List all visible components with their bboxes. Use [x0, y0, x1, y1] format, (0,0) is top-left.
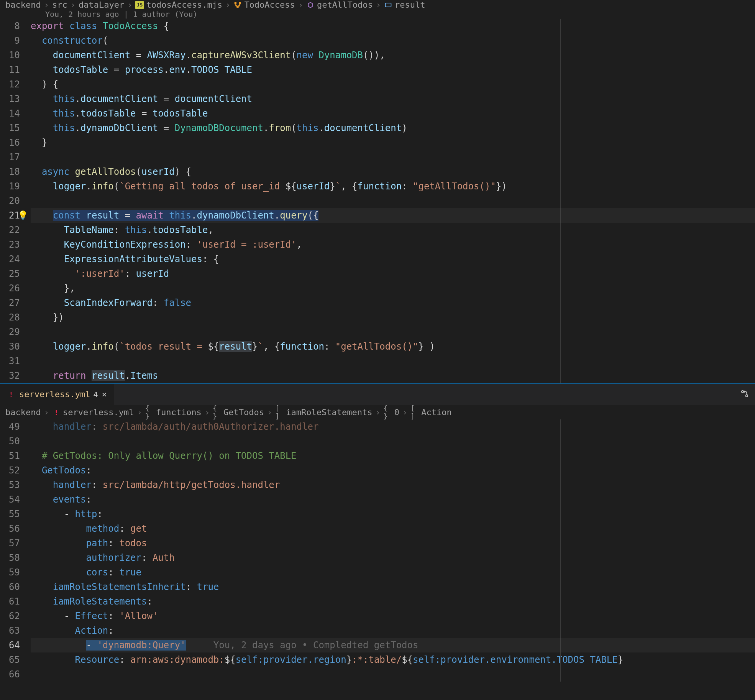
code-line[interactable]: ExpressionAttributeValues: { [31, 252, 755, 266]
editor-bottom[interactable]: 495051525354555657585960616263646566 han… [0, 419, 755, 682]
line-number[interactable]: 23 [0, 237, 20, 252]
line-number[interactable]: 11 [0, 62, 20, 77]
code-line[interactable]: authorizer: Auth [31, 550, 755, 565]
code-line[interactable]: - 'dynamodb:Query' You, 2 days ago • Com… [31, 638, 755, 652]
line-number[interactable]: 50 [0, 434, 20, 449]
line-number[interactable]: 19 [0, 179, 20, 194]
line-number[interactable]: 24 [0, 252, 20, 266]
code-line[interactable] [31, 194, 755, 208]
line-number[interactable]: 17 [0, 150, 20, 164]
line-number[interactable]: 57 [0, 536, 20, 550]
code-line[interactable]: GetTodos: [31, 463, 755, 478]
gutter-bottom[interactable]: 495051525354555657585960616263646566 [0, 419, 31, 682]
code-line[interactable] [31, 354, 755, 368]
line-number[interactable]: 54 [0, 492, 20, 507]
code-line[interactable] [31, 325, 755, 339]
crumb-method[interactable]: getAllTodos [306, 0, 373, 10]
line-number[interactable]: 14 [0, 106, 20, 121]
code-line[interactable]: ) { [31, 77, 755, 92]
line-number[interactable]: 20 [0, 194, 20, 208]
line-number[interactable]: 64 [0, 638, 20, 652]
line-number[interactable]: 63 [0, 623, 20, 638]
line-number[interactable]: 32 [0, 368, 20, 383]
crumb-backend[interactable]: backend [5, 0, 41, 10]
close-icon[interactable]: × [102, 389, 107, 399]
crumb-backend-b[interactable]: backend [5, 408, 41, 417]
code-line[interactable]: documentClient = AWSXRay.captureAWSv3Cli… [31, 48, 755, 62]
code-line[interactable]: this.todosTable = todosTable [31, 106, 755, 121]
code-line[interactable]: KeyConditionExpression: 'userId = :userI… [31, 237, 755, 252]
code-line[interactable] [31, 434, 755, 449]
code-line[interactable] [31, 667, 755, 682]
line-number[interactable]: 8 [0, 19, 20, 33]
line-number[interactable]: 61 [0, 594, 20, 609]
code-line[interactable]: path: todos [31, 536, 755, 550]
code-line[interactable]: method: get [31, 521, 755, 536]
code-line[interactable]: todosTable = process.env.TODOS_TABLE [31, 62, 755, 77]
crumb-src[interactable]: src [52, 0, 67, 10]
code-line[interactable]: - http: [31, 507, 755, 521]
line-number[interactable]: 58 [0, 550, 20, 565]
code-line[interactable]: iamRoleStatementsInherit: true [31, 580, 755, 594]
crumb-var[interactable]: result [384, 0, 425, 10]
tab-bar[interactable]: ! serverless.yml 4 × [0, 383, 755, 405]
code-line[interactable]: handler: src/lambda/auth/auth0Authorizer… [31, 419, 755, 434]
code-line[interactable]: }, [31, 281, 755, 296]
code-line[interactable]: ScanIndexForward: false [31, 296, 755, 310]
line-number[interactable]: 52 [0, 463, 20, 478]
tab-serverless[interactable]: ! serverless.yml 4 × [0, 384, 114, 405]
line-number[interactable]: 60 [0, 580, 20, 594]
line-number[interactable]: 53 [0, 478, 20, 492]
code-line[interactable]: ':userId': userId [31, 266, 755, 281]
crumb-0[interactable]: { }0 [384, 408, 399, 417]
code-line[interactable]: constructor( [31, 33, 755, 48]
code-line[interactable]: iamRoleStatements: [31, 594, 755, 609]
code-line[interactable]: cors: true [31, 565, 755, 580]
crumb-file[interactable]: JStodosAccess.mjs [135, 0, 222, 10]
line-number[interactable]: 51 [0, 449, 20, 463]
line-number[interactable]: 30 [0, 339, 20, 354]
crumb-iamrole[interactable]: [ ]iamRoleStatements [275, 408, 372, 417]
breadcrumb-bottom[interactable]: backend› !serverless.yml› { }functions› … [0, 405, 755, 419]
code-line[interactable]: return result.Items [31, 368, 755, 383]
line-number[interactable]: 62 [0, 609, 20, 623]
line-number[interactable]: 21 [0, 208, 20, 223]
crumb-datalayer[interactable]: dataLayer [79, 0, 124, 10]
line-number[interactable]: 27 [0, 296, 20, 310]
code-line[interactable]: logger.info(`Getting all todos of user_i… [31, 179, 755, 194]
line-number[interactable]: 49 [0, 419, 20, 434]
crumb-class[interactable]: TodoAccess [233, 0, 295, 10]
line-number[interactable]: 25 [0, 266, 20, 281]
crumb-action[interactable]: [ ]Action [410, 408, 451, 417]
code-line[interactable] [31, 150, 755, 164]
code-line[interactable]: Resource: arn:aws:dynamodb:${self:provid… [31, 652, 755, 667]
code-line[interactable]: this.documentClient = documentClient [31, 92, 755, 106]
code-line[interactable]: async getAllTodos(userId) { [31, 164, 755, 179]
line-number[interactable]: 28 [0, 310, 20, 325]
breadcrumb-top[interactable]: backend› src› dataLayer› JStodosAccess.m… [0, 0, 755, 10]
line-number[interactable]: 59 [0, 565, 20, 580]
code-line[interactable]: events: [31, 492, 755, 507]
crumb-gettodos[interactable]: { }GetTodos [213, 408, 264, 417]
line-number[interactable]: 16 [0, 135, 20, 150]
code-line[interactable]: logger.info(`todos result = ${result}`, … [31, 339, 755, 354]
lightbulb-icon[interactable]: 💡 [18, 208, 28, 223]
line-number[interactable]: 65 [0, 652, 20, 667]
code-line[interactable]: - Effect: 'Allow' [31, 609, 755, 623]
line-number[interactable]: 9 [0, 33, 20, 48]
code-line[interactable]: export class TodoAccess { [31, 19, 755, 33]
code-line[interactable]: Action: [31, 623, 755, 638]
code-line[interactable]: } [31, 135, 755, 150]
line-number[interactable]: 15 [0, 121, 20, 135]
editor-top[interactable]: 8910111213141516171819202122232425262728… [0, 19, 755, 398]
line-number[interactable]: 31 [0, 354, 20, 368]
code-line[interactable]: TableName: this.todosTable, [31, 223, 755, 237]
crumb-file-b[interactable]: !serverless.yml [52, 408, 134, 417]
line-number[interactable]: 26 [0, 281, 20, 296]
code-line[interactable]: this.dynamoDbClient = DynamoDBDocument.f… [31, 121, 755, 135]
code-line[interactable]: const result = await this.dynamoDbClient… [31, 208, 755, 223]
compare-changes-icon[interactable] [740, 389, 750, 400]
code-top[interactable]: export class TodoAccess { constructor( d… [31, 19, 755, 398]
code-bottom[interactable]: handler: src/lambda/auth/auth0Authorizer… [31, 419, 755, 682]
crumb-functions[interactable]: { }functions [145, 408, 202, 417]
